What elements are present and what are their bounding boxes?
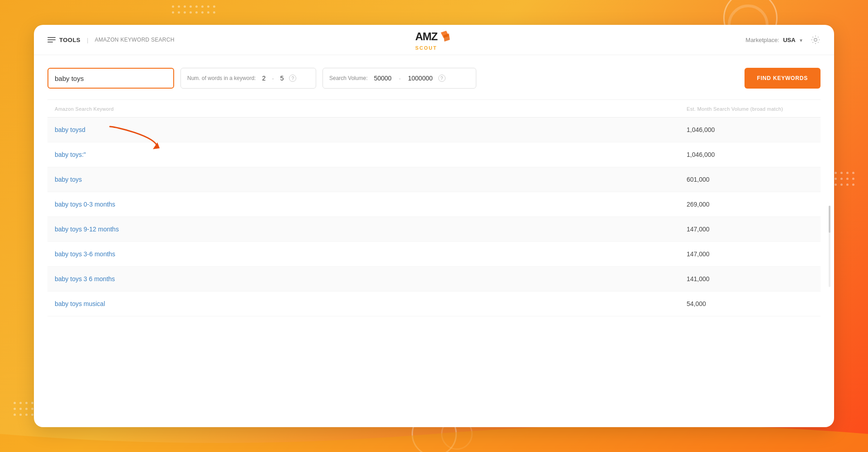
keyword-link[interactable]: baby toys: [55, 176, 82, 183]
results-table: Amazon Search Keyword Est. Month Search …: [34, 100, 834, 316]
volume-label: Search Volume:: [329, 75, 368, 81]
search-input[interactable]: [47, 68, 174, 89]
keyword-link[interactable]: baby toys 3 6 months: [55, 275, 115, 282]
logo-scout-icon: [437, 29, 453, 44]
logo-scout-text: SCOUT: [415, 45, 437, 51]
num-words-min[interactable]: 2: [262, 75, 266, 82]
volume-value: 141,000: [687, 275, 710, 282]
num-words-label: Num. of words in a keyword:: [187, 75, 256, 81]
header-left: TOOLS | AMAZON KEYWORD SEARCH: [47, 37, 175, 43]
col-keyword-header: Amazon Search Keyword: [55, 104, 687, 113]
find-keywords-button[interactable]: FIND KEYWORDS: [745, 68, 821, 89]
search-area: Num. of words in a keyword: 2 - 5 ? Sear…: [34, 55, 834, 99]
logo: AMZ SCOUT: [415, 29, 453, 51]
num-words-filter: Num. of words in a keyword: 2 - 5 ?: [180, 68, 316, 89]
marketplace-label: Marketplace: USA ▼: [745, 36, 803, 44]
logo-amz-text: AMZ: [415, 30, 437, 43]
table-row: baby toys 9-12 months147,000: [47, 217, 821, 242]
marketplace-label-text: Marketplace:: [745, 37, 779, 43]
volume-value: 54,000: [687, 300, 706, 307]
table-row: baby toysd1,046,000: [47, 118, 821, 142]
hamburger-icon[interactable]: [47, 37, 56, 42]
keyword-link[interactable]: baby toys 9-12 months: [55, 226, 119, 233]
table-row: baby toys601,000: [47, 167, 821, 192]
volume-filter: Search Volume: 50000 - 1000000 ?: [323, 68, 476, 89]
volume-value: 147,000: [687, 250, 710, 258]
keyword-link[interactable]: baby toysd: [55, 126, 85, 133]
search-input-wrapper: [47, 68, 174, 89]
table-row: baby toys 3-6 months147,000: [47, 242, 821, 267]
header: TOOLS | AMAZON KEYWORD SEARCH AMZ SCOUT: [34, 25, 834, 55]
tools-label: TOOLS: [59, 37, 81, 43]
volume-value: 1,046,000: [687, 126, 715, 133]
table-row: baby toys:"1,046,000: [47, 142, 821, 167]
volume-help-icon[interactable]: ?: [438, 75, 446, 82]
num-words-help-icon[interactable]: ?: [289, 75, 296, 82]
keyword-link[interactable]: baby toys 0-3 months: [55, 201, 115, 208]
num-words-max[interactable]: 5: [280, 75, 284, 82]
marketplace-dropdown-arrow[interactable]: ▼: [799, 38, 803, 43]
logo-wrapper: AMZ SCOUT: [415, 29, 453, 51]
volume-value: 601,000: [687, 176, 710, 183]
volume-max[interactable]: 1000000: [408, 75, 433, 82]
num-words-dash: -: [272, 75, 274, 82]
svg-point-2: [814, 38, 817, 41]
keyword-link[interactable]: baby toys:": [55, 151, 86, 158]
table-row: baby toys musical54,000: [47, 292, 821, 316]
header-divider: |: [87, 37, 88, 43]
scrollbar-thumb[interactable]: [829, 206, 830, 233]
volume-value: 269,000: [687, 201, 710, 208]
table-row: baby toys 3 6 months141,000: [47, 267, 821, 292]
header-right: Marketplace: USA ▼: [745, 35, 821, 45]
volume-min[interactable]: 50000: [374, 75, 392, 82]
scrollbar-track[interactable]: [829, 206, 830, 287]
volume-value: 1,046,000: [687, 151, 715, 158]
gear-icon[interactable]: [811, 35, 821, 45]
keyword-link[interactable]: baby toys musical: [55, 300, 105, 307]
volume-dash: -: [399, 75, 401, 82]
main-card: TOOLS | AMAZON KEYWORD SEARCH AMZ SCOUT: [34, 25, 834, 427]
amazon-keyword-label: AMAZON KEYWORD SEARCH: [95, 37, 174, 43]
table-row: baby toys 0-3 months269,000: [47, 192, 821, 217]
table-header: Amazon Search Keyword Est. Month Search …: [47, 100, 821, 118]
marketplace-value: USA: [783, 37, 795, 43]
logo-top-row: AMZ: [415, 29, 453, 44]
table-body: baby toysd1,046,000baby toys:"1,046,000b…: [47, 118, 821, 316]
keyword-link[interactable]: baby toys 3-6 months: [55, 250, 115, 258]
col-volume-header: Est. Month Search Volume (broad match): [687, 104, 813, 113]
volume-value: 147,000: [687, 226, 710, 233]
